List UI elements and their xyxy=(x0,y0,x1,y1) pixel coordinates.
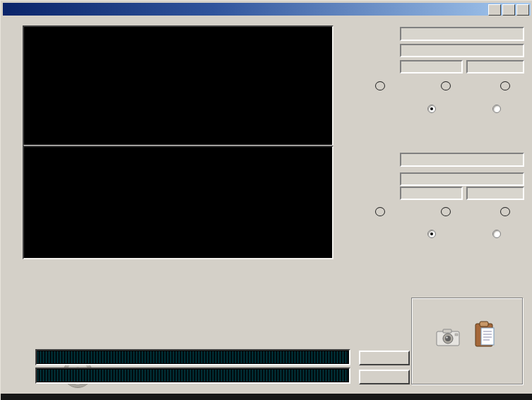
close-icon[interactable] xyxy=(516,4,529,16)
minimize-icon[interactable] xyxy=(488,4,501,16)
burn-drive2-lcd xyxy=(35,367,350,384)
clipboard-icon[interactable] xyxy=(474,321,495,348)
pif-jitter-chart-frame xyxy=(23,146,333,259)
app-window xyxy=(0,0,532,400)
title-bar[interactable] xyxy=(3,3,531,16)
pi-graph1-led-icon xyxy=(375,81,385,90)
pif-graph2-led-icon xyxy=(441,207,451,216)
scan-drv2-value xyxy=(400,153,524,167)
snapshot-clipboard-group xyxy=(411,298,523,384)
book-type2-dvdrom xyxy=(466,187,524,200)
book-type2-dvdplusrw xyxy=(400,187,463,200)
pif-jitter-comparison-chart xyxy=(24,147,329,255)
maximize-icon[interactable] xyxy=(502,4,515,16)
line2-radio[interactable] xyxy=(427,230,436,238)
pi-comparison-chart xyxy=(24,27,329,142)
mid-code2-value xyxy=(400,172,524,186)
burn-drive2-status xyxy=(37,370,348,382)
camera-icon[interactable] xyxy=(436,328,460,346)
book-type1-dvdplusrw xyxy=(400,60,463,73)
burn-drive1-status xyxy=(37,351,348,363)
comment2-button[interactable] xyxy=(359,370,410,384)
comment1-button[interactable] xyxy=(359,351,410,365)
line1-radio[interactable] xyxy=(427,105,436,113)
pi-chart-frame xyxy=(23,25,333,146)
mid-code1-value xyxy=(400,44,524,57)
book-type1-dvdrom xyxy=(466,60,524,73)
block2-radio[interactable] xyxy=(492,230,501,238)
bottom-edge xyxy=(1,394,532,400)
pi-graph2-led-icon xyxy=(375,207,385,216)
scan-drv1-value xyxy=(400,27,524,41)
jitter1-led-icon xyxy=(500,81,510,90)
pif-graph1-led-icon xyxy=(441,81,451,90)
block1-radio[interactable] xyxy=(492,105,501,113)
burn-drive1-lcd xyxy=(35,349,350,365)
jitter2-led-icon xyxy=(500,207,510,216)
